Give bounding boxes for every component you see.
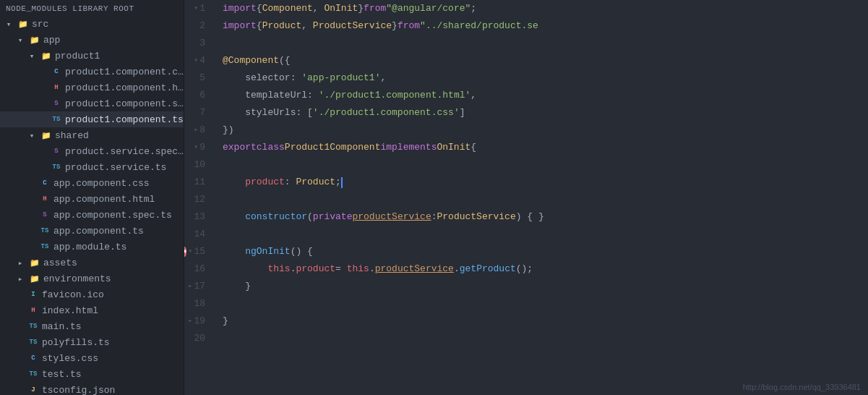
fold-icon[interactable]: ▾ (194, 0, 198, 17)
code-line-14 (223, 226, 868, 243)
file-icon-html: H (27, 305, 39, 316)
code-line-8: }) (223, 122, 868, 139)
tree-item-label: shared (55, 130, 184, 141)
code-content[interactable]: import {Component, OnInit} from "@angula… (217, 0, 868, 395)
tree-item-label: product.service.spec.ts (65, 146, 184, 157)
file-tree[interactable]: node_modules library root 📁src📁app📁produ… (0, 0, 184, 395)
code-line-6: templateUrl: './product1.component.html'… (223, 87, 868, 104)
line-number-2: 2 (184, 17, 211, 35)
sidebar-item-appcss[interactable]: Capp.component.css (0, 175, 184, 191)
sidebar-item-tscjson[interactable]: Jtsconfig.json (0, 382, 184, 395)
sidebar-item-testts[interactable]: TStest.ts (0, 366, 184, 382)
file-icon-ts: TS (39, 225, 51, 237)
code-line-12 (223, 191, 868, 208)
file-icon-css: C (27, 352, 39, 364)
arrow-right-icon (14, 257, 26, 268)
tree-item-label: polyfills.ts (42, 337, 184, 348)
fold-icon[interactable]: ▾ (188, 243, 192, 260)
file-icon-css: C (39, 177, 51, 189)
code-editor: ▾123▾4567▸8▾91011121314●▾1516▸1718▸1920 … (184, 0, 868, 395)
line-number-15: ●▾15 (184, 243, 211, 260)
sidebar-item-assets[interactable]: 📁assets (0, 255, 184, 271)
code-line-20 (223, 330, 868, 347)
line-numbers: ▾123▾4567▸8▾91011121314●▾1516▸1718▸1920 (184, 0, 217, 395)
line-number-20: 20 (184, 330, 211, 347)
tree-item-label: product1.component.css (65, 67, 184, 77)
code-line-17: } (223, 278, 868, 295)
sidebar-item-p1ts[interactable]: TSproduct1.component.ts (0, 111, 184, 127)
folder-icon: 📁 (40, 129, 52, 141)
tree-item-label: product1.component.spec.ts (65, 98, 184, 109)
file-icon-ts: TS (27, 336, 39, 348)
tree-item-label: tsconfig.json (42, 385, 184, 396)
file-icon-spec: S (51, 145, 62, 157)
sidebar-item-envs[interactable]: 📁environments (0, 271, 184, 286)
file-icon-ts: TS (39, 241, 51, 252)
code-line-13: constructor(private productService:Produ… (223, 208, 868, 226)
debug-breakpoint[interactable]: ● (184, 247, 186, 257)
code-line-18 (223, 295, 868, 313)
sidebar-item-p1html[interactable]: Hproduct1.component.html (0, 80, 184, 95)
fold-icon[interactable]: ▾ (194, 139, 198, 156)
line-number-4: ▾4 (184, 52, 211, 69)
sidebar-item-polyfills[interactable]: TSpolyfills.ts (0, 334, 184, 350)
fold-close-icon[interactable]: ▸ (194, 122, 198, 139)
line-number-12: 12 (184, 191, 211, 208)
arrow-right-icon (14, 273, 26, 284)
sidebar-item-shared[interactable]: 📁shared (0, 127, 184, 143)
arrow-down-icon (26, 129, 38, 141)
line-number-17: ▸17 (184, 278, 211, 295)
sidebar-item-psspec[interactable]: Sproduct.service.spec.ts (0, 143, 184, 159)
tree-item-label: app.component.html (53, 194, 184, 205)
arrow-down-icon (26, 50, 38, 61)
line-number-3: 3 (184, 35, 211, 52)
line-number-13: 13 (184, 208, 211, 226)
tree-item-label: product1.component.ts (65, 114, 184, 125)
line-number-8: ▸8 (184, 122, 211, 139)
sidebar-item-appmod[interactable]: TSapp.module.ts (0, 239, 184, 255)
arrow-down-icon (14, 34, 26, 46)
sidebar-item-index[interactable]: Hindex.html (0, 302, 184, 318)
code-line-4: @Component({ (223, 52, 868, 69)
code-line-16: this.product = this.productService.getPr… (223, 260, 868, 278)
tree-item-label: assets (43, 258, 184, 268)
tree-item-label: styles.css (42, 353, 184, 364)
sidebar-item-src[interactable]: 📁src (0, 16, 184, 32)
folder-icon: 📁 (29, 34, 40, 46)
sidebar-item-app[interactable]: 📁app (0, 32, 184, 48)
sidebar-item-product1[interactable]: 📁product1 (0, 48, 184, 64)
sidebar-item-psts[interactable]: TSproduct.service.ts (0, 159, 184, 175)
sidebar-item-appts[interactable]: TSapp.component.ts (0, 223, 184, 239)
sidebar-item-p1css[interactable]: Cproduct1.component.css (0, 64, 184, 80)
sidebar-item-stylescss[interactable]: Cstyles.css (0, 350, 184, 366)
tree-item-label: app.module.ts (53, 242, 184, 252)
line-number-10: 10 (184, 156, 211, 174)
sidebar-item-maint[interactable]: TSmain.ts (0, 318, 184, 334)
line-number-6: 6 (184, 87, 211, 104)
code-line-9: export class Product1Component implement… (223, 139, 868, 156)
fold-icon[interactable]: ▾ (194, 52, 198, 69)
sidebar-item-apphtml[interactable]: Happ.component.html (0, 191, 184, 207)
line-number-9: ▾9 (184, 139, 211, 156)
tree-item-label: app.component.spec.ts (53, 210, 184, 221)
fold-close-icon[interactable]: ▸ (188, 278, 192, 295)
tree-item-label: index.html (42, 305, 184, 316)
file-icon-spec: S (51, 98, 62, 109)
line-number-1: ▾1 (184, 0, 211, 17)
sidebar-item-p1spec[interactable]: Sproduct1.component.spec.ts (0, 95, 184, 111)
code-line-1: import {Component, OnInit} from "@angula… (223, 0, 868, 17)
file-icon-html: H (39, 193, 51, 205)
file-icon-ts: TS (51, 114, 62, 125)
sidebar-item-favicon[interactable]: Ifavicon.ico (0, 286, 184, 302)
tree-item-label: main.ts (42, 321, 184, 332)
tree-item-label: src (32, 19, 184, 30)
line-number-5: 5 (184, 69, 211, 87)
line-number-7: 7 (184, 104, 211, 122)
line-number-11: 11 (184, 174, 211, 191)
fold-close-icon[interactable]: ▸ (188, 313, 192, 330)
sidebar-header: node_modules library root (0, 1, 184, 16)
file-icon-ts: TS (27, 368, 39, 380)
file-icon-css: C (51, 66, 62, 77)
sidebar-item-appspec[interactable]: Sapp.component.spec.ts (0, 207, 184, 223)
tree-item-label: product.service.ts (65, 162, 184, 173)
